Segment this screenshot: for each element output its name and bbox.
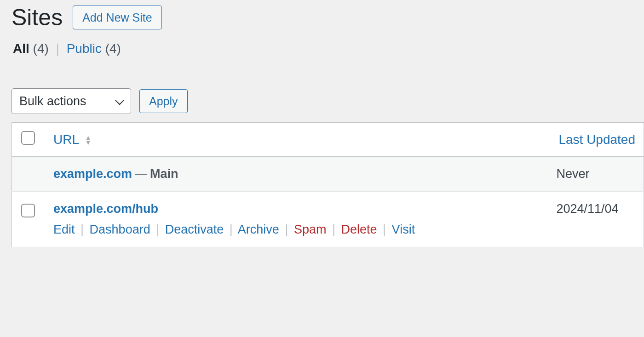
filter-separator: | [56,41,59,56]
filter-all[interactable]: All (4) [13,41,52,56]
table-row: example.com — Main Never [12,157,644,192]
bulk-actions-wrap: Bulk actions [12,88,131,114]
deactivate-link[interactable]: Deactivate [165,223,224,236]
page-title: Sites [12,4,63,31]
last-updated-value: 2024/11/04 [547,192,644,247]
archive-link[interactable]: Archive [238,223,279,236]
main-badge: Main [150,167,178,181]
edit-link[interactable]: Edit [53,223,75,236]
last-updated-value: Never [547,157,644,192]
site-url-link[interactable]: example.com/hub [53,202,158,216]
add-new-site-button[interactable]: Add New Site [73,6,161,29]
dashboard-link[interactable]: Dashboard [90,223,150,236]
row-checkbox[interactable] [21,204,35,217]
select-all-checkbox[interactable] [21,131,35,145]
site-url-link[interactable]: example.com [53,167,132,181]
table-row: example.com/hub Edit | Dashboard | Deact… [12,192,644,247]
bulk-actions-select[interactable]: Bulk actions [12,88,131,114]
row-actions: Edit | Dashboard | Deactivate | Archive … [53,223,538,237]
sort-icon: ▲▼ [85,135,92,145]
delete-link[interactable]: Delete [341,223,377,236]
filter-public[interactable]: Public (4) [67,41,121,56]
visit-link[interactable]: Visit [392,223,415,236]
spam-link[interactable]: Spam [294,223,327,236]
column-header-url[interactable]: URL ▲▼ [44,123,547,157]
apply-button[interactable]: Apply [139,89,188,113]
sites-table: URL ▲▼ Last Updated example.com — Main N… [12,122,644,247]
column-header-last-updated[interactable]: Last Updated [547,123,644,157]
filter-links: All (4) | Public (4) [0,31,644,56]
